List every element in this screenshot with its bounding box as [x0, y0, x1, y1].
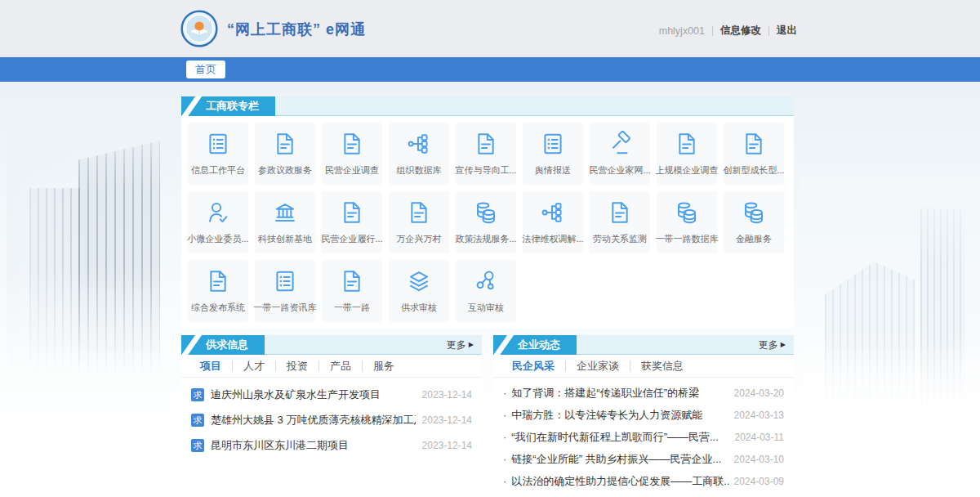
- news-panel-title: 企业动态: [493, 335, 577, 355]
- news-item-date: 2024-03-13: [734, 410, 784, 421]
- separator: [712, 26, 713, 36]
- special-item[interactable]: 小微企业委员...: [188, 191, 248, 253]
- enterprise-news-panel: 企业动态 更多 ▶ 民企风采企业家谈获奖信息 ·知了背调：搭建起“传递职业信任”…: [493, 335, 794, 497]
- supply-item: 求昆明市东川区东川港二期项目2023-12-14: [191, 432, 472, 458]
- supply-tabs: 项目人才投资产品服务: [181, 355, 482, 378]
- supply-tabs-item[interactable]: 服务: [363, 360, 405, 371]
- nav-home-button[interactable]: 首页: [186, 60, 225, 78]
- more-arrow-icon: ▶: [781, 335, 786, 355]
- doc-icon: [339, 131, 365, 157]
- news-item-date: 2024-03-10: [734, 454, 784, 465]
- special-item[interactable]: 法律维权调解...: [523, 191, 583, 253]
- background-fog: [0, 342, 980, 497]
- supply-demand-panel: 供求信息 更多 ▶ 项目人才投资产品服务 求迪庆州山泉水及矿泉水生产开发项目20…: [181, 335, 482, 469]
- special-item[interactable]: 参政议政服务: [255, 123, 315, 185]
- special-item[interactable]: 科技创新基地: [255, 191, 315, 253]
- special-item[interactable]: 民营企业调查: [322, 123, 382, 185]
- page: “网上工商联” e网通 mhlyjx001 信息修改 退出 首页 工商联专栏 信…: [0, 0, 980, 497]
- edit-info-link[interactable]: 信息修改: [720, 24, 761, 38]
- special-item[interactable]: 综合发布系统: [188, 260, 248, 322]
- news-tabs-item[interactable]: 获奖信息: [630, 360, 694, 371]
- special-item-label: 信息工作平台: [191, 164, 245, 177]
- special-item-label: 一带一路资讯库: [254, 302, 317, 314]
- doc-icon: [607, 199, 633, 226]
- special-item-label: 组织数据库: [397, 164, 442, 177]
- username: mhlyjx001: [659, 25, 705, 37]
- supply-tabs-item[interactable]: 人才: [233, 360, 276, 371]
- news-item-title[interactable]: 知了背调：搭建起“传递职业信任”的桥梁: [511, 386, 728, 401]
- news-tabs-item[interactable]: 企业家谈: [566, 360, 630, 371]
- news-item-title[interactable]: 中瑞方胜：以专注铸专长为人力资源赋能: [511, 408, 728, 423]
- database-icon: [674, 199, 700, 226]
- special-item[interactable]: 组织数据库: [389, 123, 449, 185]
- special-item[interactable]: 一带一路数据库: [657, 191, 717, 253]
- special-item[interactable]: 金融服务: [724, 191, 784, 253]
- seek-badge: 求: [191, 439, 204, 452]
- special-item[interactable]: 舆情报送: [523, 123, 583, 185]
- special-item[interactable]: 上规模企业调查: [657, 123, 717, 185]
- supply-panel-header: 供求信息 更多 ▶: [181, 335, 482, 355]
- doc-icon: [741, 131, 767, 157]
- supply-item-title[interactable]: 迪庆州山泉水及矿泉水生产开发项目: [211, 387, 416, 402]
- special-item-label: 舆情报送: [535, 164, 571, 177]
- special-item-label: 创新型成长型...: [723, 164, 784, 177]
- special-item-label: 科技创新基地: [258, 233, 312, 245]
- special-item-label: 政策法规服务...: [455, 233, 516, 245]
- special-item[interactable]: 互动审核: [456, 260, 516, 322]
- supply-more-link[interactable]: 更多 ▶: [447, 335, 474, 355]
- special-item[interactable]: 宣传与导向工...: [456, 123, 516, 185]
- special-item[interactable]: 民营企业家网...: [590, 123, 650, 185]
- news-tabs-item[interactable]: 民企风采: [501, 360, 566, 371]
- database-icon: [741, 199, 767, 226]
- supply-list: 求迪庆州山泉水及矿泉水生产开发项目2023-12-14求楚雄州大姚县 3 万吨优…: [181, 378, 482, 458]
- supply-item-title[interactable]: 楚雄州大姚县 3 万吨优质薄壳核桃精深加工及科...: [211, 413, 416, 428]
- special-item-label: 综合发布系统: [191, 302, 245, 314]
- supply-tabs-item[interactable]: 产品: [319, 360, 363, 371]
- supply-tabs-item[interactable]: 项目: [189, 360, 233, 371]
- special-item-label: 民营企业家网...: [589, 164, 650, 177]
- doc-icon: [339, 268, 365, 294]
- special-item[interactable]: 万企兴万村: [389, 191, 449, 253]
- layers-icon: [406, 268, 432, 294]
- special-item-label: 一带一路数据库: [656, 233, 719, 245]
- news-item: ·链接“企业所能” 共助乡村振兴——民营企业...2024-03-10: [503, 448, 784, 470]
- news-item-title[interactable]: “我们在新时代新征程上凯歌而行”——民营...: [511, 430, 729, 445]
- logout-link[interactable]: 退出: [777, 24, 797, 38]
- special-grid: 信息工作平台参政议政服务民营企业调查组织数据库宣传与导向工...舆情报送民营企业…: [188, 123, 784, 322]
- special-item[interactable]: 信息工作平台: [188, 123, 248, 185]
- supply-item: 求楚雄州大姚县 3 万吨优质薄壳核桃精深加工及科...2023-12-14: [191, 407, 472, 432]
- news-item-title[interactable]: 以法治的确定性助力提信心促发展——工商联...: [511, 474, 728, 489]
- news-item-date: 2024-03-09: [734, 476, 784, 487]
- special-item[interactable]: 一带一路: [322, 260, 382, 322]
- doc-icon: [339, 199, 365, 226]
- news-item: ·中瑞方胜：以专注铸专长为人力资源赋能2024-03-13: [503, 404, 784, 426]
- nav-bar: 首页: [0, 57, 980, 82]
- supply-item-title[interactable]: 昆明市东川区东川港二期项目: [211, 438, 416, 453]
- special-item-label: 小微企业委员...: [187, 233, 248, 245]
- special-item[interactable]: 政策法规服务...: [456, 191, 516, 253]
- doc-list-icon: [272, 268, 298, 294]
- special-item-label: 参政议政服务: [258, 164, 312, 177]
- special-item[interactable]: 一带一路资讯库: [255, 260, 315, 322]
- bullet-icon: ·: [503, 409, 506, 421]
- special-item[interactable]: 民营企业履行...: [322, 191, 382, 253]
- news-more-link[interactable]: 更多 ▶: [759, 335, 786, 355]
- doc-icon: [272, 131, 298, 157]
- doc-list-icon: [205, 131, 231, 157]
- supply-tabs-item[interactable]: 投资: [276, 360, 319, 371]
- special-item[interactable]: 创新型成长型...: [724, 123, 784, 185]
- user-area: mhlyjx001 信息修改 退出: [659, 24, 797, 38]
- bullet-icon: ·: [503, 475, 506, 487]
- news-item-date: 2024-03-20: [734, 387, 784, 399]
- seek-badge: 求: [191, 414, 204, 427]
- site-title: “网上工商联” e网通: [227, 20, 366, 39]
- special-item-label: 一带一路: [334, 302, 370, 314]
- special-item[interactable]: 劳动关系监测: [590, 191, 650, 253]
- news-more-label: 更多: [759, 335, 778, 355]
- news-item: ·“我们在新时代新征程上凯歌而行”——民营...2024-03-11: [503, 426, 784, 448]
- special-item[interactable]: 供求审核: [389, 260, 449, 322]
- news-tabs: 民企风采企业家谈获奖信息: [493, 355, 794, 378]
- supply-panel-title: 供求信息: [181, 335, 265, 355]
- special-item-label: 宣传与导向工...: [455, 164, 516, 177]
- news-item-title[interactable]: 链接“企业所能” 共助乡村振兴——民营企业...: [511, 452, 728, 467]
